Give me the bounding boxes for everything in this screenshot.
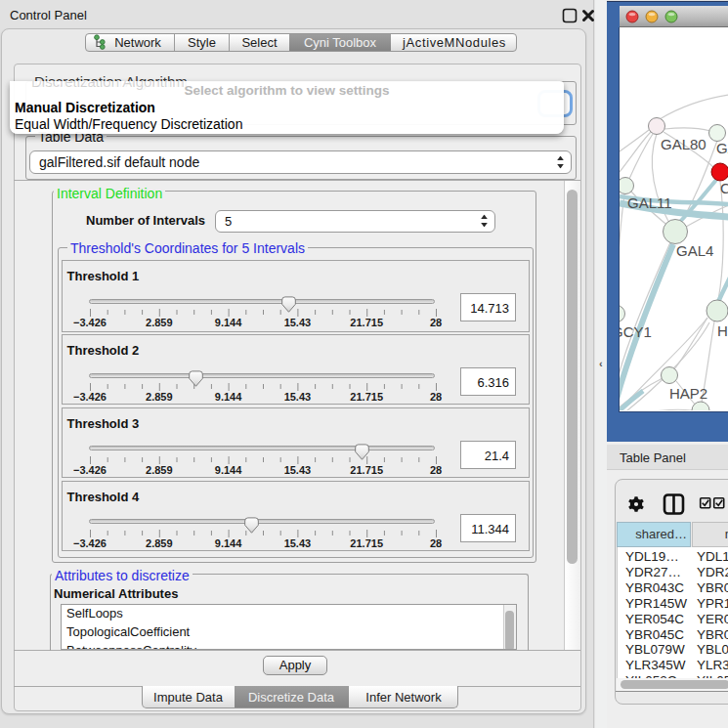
svg-text:HIS4: HIS4: [717, 322, 728, 339]
svg-text:GAL2: GAL2: [716, 140, 728, 156]
svg-text:HAP2: HAP2: [669, 385, 707, 402]
svg-text:GAL11: GAL11: [627, 194, 672, 211]
svg-text:GCY1: GCY1: [620, 323, 652, 340]
svg-text:GAL80: GAL80: [661, 136, 707, 152]
svg-text:CYC8: CYC8: [720, 180, 728, 196]
svg-text:GAL4: GAL4: [676, 242, 713, 259]
